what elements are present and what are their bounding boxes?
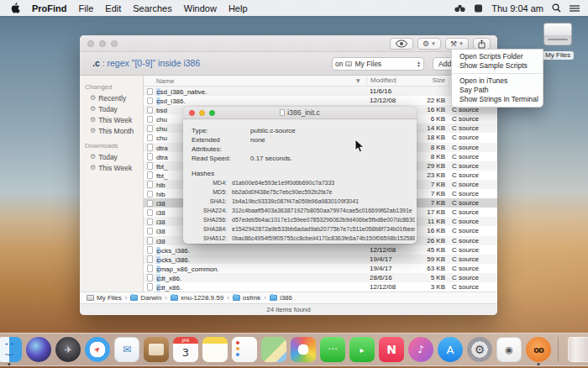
share-button[interactable] bbox=[473, 38, 491, 50]
sidebar-item[interactable]: ⚙ Today bbox=[80, 151, 143, 162]
menu-help[interactable]: Help bbox=[228, 3, 248, 13]
popup-body: Type: public.c-source Extended Attribute… bbox=[183, 119, 417, 243]
sidebar-item[interactable]: ⚙ This Month bbox=[80, 125, 143, 136]
menu-app-name[interactable]: ProFind bbox=[32, 3, 67, 13]
field-label: Read Speed: bbox=[192, 154, 250, 163]
file-kind: C source bbox=[452, 274, 479, 281]
menu-item[interactable]: Show Sample Scripts bbox=[452, 61, 543, 71]
hash-value: d57edeb5b4ac1017e1c59ee07853296062b9d406… bbox=[232, 215, 415, 224]
trash-icon[interactable] bbox=[568, 337, 588, 362]
breadcrumb-item[interactable]: xnu-1228.9.59 bbox=[161, 294, 223, 302]
locks_i386.[interactable]: locks_i386.c 19/4/17 59 KB C source bbox=[144, 255, 497, 264]
menu-bar-clock[interactable]: Thu 9:04 am bbox=[491, 3, 543, 13]
match-highlight: c bbox=[156, 256, 160, 264]
tools-menu-button[interactable]: ⚒▼ bbox=[445, 38, 469, 50]
reminders-icon[interactable] bbox=[232, 337, 257, 362]
maps-icon[interactable] bbox=[261, 337, 286, 362]
bsd_i386_native.[interactable]: bsd_i386_native.c 11/6/16 bbox=[144, 87, 497, 96]
column-modified[interactable]: Modified bbox=[366, 76, 396, 87]
popup-title: i386_init.c bbox=[287, 108, 319, 117]
sdt_x86.[interactable]: sdt_x86.c 12/12/08 3 KB C source bbox=[144, 282, 497, 292]
hash-row: MD5: bb2a0d0f438e75c7ebc90ec592b2fa7e bbox=[192, 187, 417, 197]
minimize-button[interactable] bbox=[99, 40, 106, 47]
sidebar-item[interactable]: ⚙ Recently bbox=[80, 92, 143, 103]
preview-button[interactable] bbox=[390, 38, 413, 50]
contacts-icon[interactable] bbox=[144, 337, 169, 362]
binoculars-menu-extra-icon[interactable] bbox=[454, 4, 465, 13]
folder-icon bbox=[171, 295, 178, 301]
match-highlight: c bbox=[156, 247, 160, 255]
apple-menu-icon[interactable] bbox=[10, 3, 20, 13]
breadcrumb-item[interactable]: i386 bbox=[260, 294, 292, 302]
close-button[interactable] bbox=[189, 110, 195, 116]
capture-icon[interactable]: ◉ bbox=[496, 337, 522, 362]
finder-icon[interactable]: ‿ bbox=[0, 337, 22, 362]
zoom-button[interactable] bbox=[111, 40, 118, 47]
messages-icon[interactable]: … bbox=[320, 337, 345, 362]
status-bar: 24 items found bbox=[80, 303, 497, 315]
pmap_x86_common.[interactable]: pmap_x86_common.c 19/4/17 63 KB C source bbox=[144, 264, 497, 273]
column-size[interactable]: Size bbox=[396, 76, 445, 87]
sidebar-item[interactable]: ⚙ Today bbox=[80, 103, 143, 114]
menu-item[interactable]: Say Path bbox=[452, 86, 543, 95]
spotlight-icon[interactable] bbox=[552, 3, 561, 13]
folder-icon bbox=[87, 295, 94, 301]
breadcrumb-item[interactable]: My Files bbox=[87, 294, 122, 302]
sidebar-item[interactable]: ⚙ This Week bbox=[80, 162, 143, 173]
profind-icon[interactable]: oo bbox=[526, 337, 551, 362]
file-kind: C source bbox=[452, 208, 479, 216]
scope-select[interactable]: on My Files ▲▼ bbox=[332, 57, 424, 71]
facetime-icon[interactable]: ▸ bbox=[349, 337, 375, 362]
document-icon bbox=[147, 255, 153, 263]
news-icon[interactable]: N bbox=[379, 337, 404, 362]
window-titlebar[interactable]: ⚙▼ ⚒▼ bbox=[80, 35, 497, 52]
popup-titlebar[interactable]: i386_init.c bbox=[183, 107, 417, 119]
locks_i386.[interactable]: locks_i386.c 12/12/08 45 KB C source bbox=[144, 245, 497, 255]
dock-separator bbox=[558, 337, 559, 362]
file-kind: C source bbox=[452, 237, 479, 244]
folder-icon bbox=[233, 295, 240, 301]
match-highlight: c bbox=[156, 284, 160, 292]
display-menu-extra-icon[interactable] bbox=[474, 4, 483, 13]
minimize-button[interactable] bbox=[199, 110, 205, 116]
launchpad-icon[interactable]: ✈ bbox=[55, 337, 81, 362]
notes-icon[interactable] bbox=[202, 337, 228, 362]
calendar-icon[interactable]: 3 bbox=[173, 337, 198, 362]
photos-icon[interactable] bbox=[291, 337, 316, 362]
file-modified: 12/12/08 bbox=[370, 246, 396, 254]
bsd_i386.[interactable]: bsd_i386.c 12/12/08 22 KB C source bbox=[144, 96, 497, 105]
menu-item[interactable]: Show Strings In Terminal bbox=[452, 95, 543, 104]
sidebar-item[interactable]: ⚙ This Week bbox=[80, 114, 143, 125]
zoom-button[interactable] bbox=[209, 110, 215, 116]
action-menu-button[interactable]: ⚙▼ bbox=[417, 38, 441, 50]
breadcrumb-item[interactable]: Darwin bbox=[122, 294, 162, 302]
siri-icon[interactable] bbox=[26, 337, 51, 362]
sysprefs-icon[interactable]: ⚙ bbox=[467, 337, 492, 362]
gear-icon: ⚙ bbox=[423, 39, 429, 48]
notification-center-icon[interactable] bbox=[570, 4, 580, 13]
hash-row: SHA224: 312c4baaff5403a363871927b8050aa7… bbox=[192, 206, 417, 215]
list-header[interactable]: Name ▼ Modified Size bbox=[144, 76, 497, 87]
close-button[interactable] bbox=[87, 40, 94, 47]
mouse-cursor bbox=[354, 139, 365, 154]
menu-searches[interactable]: Searches bbox=[133, 3, 171, 13]
breadcrumb-item[interactable]: osfmk bbox=[223, 294, 260, 302]
file-kind: C source bbox=[452, 153, 479, 160]
menu-file[interactable]: File bbox=[79, 3, 94, 13]
mail-icon[interactable]: ✉ bbox=[114, 337, 139, 362]
menu-window[interactable]: Window bbox=[184, 3, 217, 13]
file-modified: 19/4/17 bbox=[370, 255, 392, 263]
safari-icon[interactable]: ➤ bbox=[85, 337, 110, 362]
menu-item[interactable]: Open Scripts Folder bbox=[452, 52, 543, 61]
appstore-icon[interactable]: A bbox=[438, 337, 463, 362]
menu-edit[interactable]: Edit bbox=[105, 3, 121, 13]
document-icon bbox=[147, 134, 153, 142]
menu-item[interactable]: Open in iTunes bbox=[452, 76, 543, 86]
folder-icon bbox=[270, 295, 277, 301]
file-size: 5 KB bbox=[396, 274, 445, 281]
column-name[interactable]: Name bbox=[156, 77, 174, 85]
sdt_x86.[interactable]: sdt_x86.c 28/6/16 5 KB C source bbox=[144, 273, 497, 282]
itunes-icon[interactable]: ♪ bbox=[408, 337, 433, 362]
desktop-drive[interactable]: My Files bbox=[538, 23, 577, 60]
info-field: Type: public.c-source bbox=[192, 126, 417, 135]
